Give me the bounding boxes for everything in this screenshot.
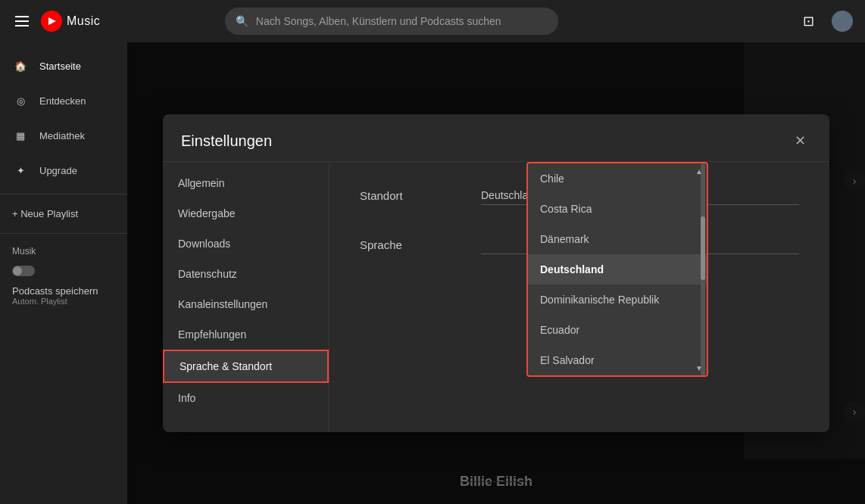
sidebar-item-home[interactable]: 🏠 Startseite xyxy=(0,48,127,83)
modal-body: Allgemein Wiedergabe Downloads Datenschu… xyxy=(163,162,829,432)
podcast-sub-label: Autom. Playlist xyxy=(12,297,115,306)
dropdown-scroll-down[interactable]: ▼ xyxy=(692,360,707,375)
podcast-save-label: Podcasts speichern xyxy=(12,285,115,297)
search-bar[interactable]: 🔍 Nach Songs, Alben, Künstlern und Podca… xyxy=(225,8,558,35)
country-dropdown: Chile Costa Rica Dänemark Deutschland Do… xyxy=(526,162,708,377)
dropdown-item-deutschland[interactable]: Deutschland xyxy=(528,254,707,285)
modal-nav-empfehlungen[interactable]: Empfehlungen xyxy=(163,319,329,350)
main-content: › › Billie Eilish Einstellungen ✕ Allgem… xyxy=(127,42,865,504)
add-playlist-button[interactable]: + Neue Playlist xyxy=(0,201,127,227)
music-section-label: Musik xyxy=(0,240,127,263)
sidebar: 🏠 Startseite ◎ Entdecken ▦ Mediathek ✦ U… xyxy=(0,42,127,504)
sidebar-item-discover[interactable]: ◎ Entdecken xyxy=(0,83,127,118)
app-title: Music xyxy=(67,14,100,28)
settings-modal: Einstellungen ✕ Allgemein Wiedergabe Dow… xyxy=(163,114,829,432)
sidebar-divider-2 xyxy=(0,233,127,234)
dropdown-scrollbar-thumb[interactable] xyxy=(701,216,705,280)
modal-nav-kanaleinstellungen[interactable]: Kanaleinstellungen xyxy=(163,289,329,319)
modal-nav-downloads[interactable]: Downloads xyxy=(163,229,329,259)
sprache-label: Sprache xyxy=(360,238,481,251)
modal-header: Einstellungen ✕ xyxy=(163,114,829,162)
logo-area: Music xyxy=(41,11,100,32)
modal-sidebar: Allgemein Wiedergabe Downloads Datenschu… xyxy=(163,162,329,432)
search-placeholder: Nach Songs, Alben, Künstlern und Podcast… xyxy=(256,15,501,27)
podcast-save-section: Podcasts speichern Autom. Playlist xyxy=(0,279,127,312)
modal-settings-content: Standort Sprache xyxy=(329,162,829,432)
search-icon: 🔍 xyxy=(236,15,248,27)
dropdown-scroll-up[interactable]: ▲ xyxy=(692,163,707,179)
dropdown-item-dominikanische-republik[interactable]: Dominikanische Republik xyxy=(528,285,707,315)
discover-icon: ◎ xyxy=(12,92,29,109)
home-icon: 🏠 xyxy=(12,58,29,74)
modal-nav-sprache-standort[interactable]: Sprache & Standort xyxy=(163,350,329,383)
sidebar-item-library[interactable]: ▦ Mediathek xyxy=(0,118,127,153)
modal-nav-allgemein[interactable]: Allgemein xyxy=(163,168,329,198)
dropdown-item-ecuador[interactable]: Ecuador xyxy=(528,315,707,345)
topbar: Music 🔍 Nach Songs, Alben, Künstlern und… xyxy=(0,0,865,42)
library-icon: ▦ xyxy=(12,127,29,144)
modal-nav-info[interactable]: Info xyxy=(163,383,329,413)
modal-overlay: Einstellungen ✕ Allgemein Wiedergabe Dow… xyxy=(127,42,865,504)
modal-nav-wiedergabe[interactable]: Wiedergabe xyxy=(163,198,329,229)
sidebar-item-upgrade[interactable]: ✦ Upgrade xyxy=(0,153,127,188)
dropdown-item-el-salvador[interactable]: El Salvador xyxy=(528,345,707,375)
upgrade-icon: ✦ xyxy=(12,162,29,179)
cast-icon[interactable]: ⊡ xyxy=(798,11,820,32)
standort-label: Standort xyxy=(360,189,481,202)
modal-title: Einstellungen xyxy=(181,132,272,150)
youtube-logo xyxy=(41,11,62,32)
modal-nav-datenschutz[interactable]: Datenschutz xyxy=(163,259,329,289)
modal-close-button[interactable]: ✕ xyxy=(788,129,811,152)
layout: 🏠 Startseite ◎ Entdecken ▦ Mediathek ✦ U… xyxy=(0,42,865,504)
sidebar-divider xyxy=(0,194,127,194)
topbar-right: ⊡ xyxy=(798,11,853,32)
dropdown-item-costa-rica[interactable]: Costa Rica xyxy=(528,194,707,224)
dropdown-scrollbar[interactable] xyxy=(701,163,705,375)
dropdown-item-chile[interactable]: Chile xyxy=(528,163,707,194)
menu-button[interactable] xyxy=(12,13,32,30)
user-avatar[interactable] xyxy=(832,11,853,32)
dropdown-item-daenemark[interactable]: Dänemark xyxy=(528,224,707,254)
